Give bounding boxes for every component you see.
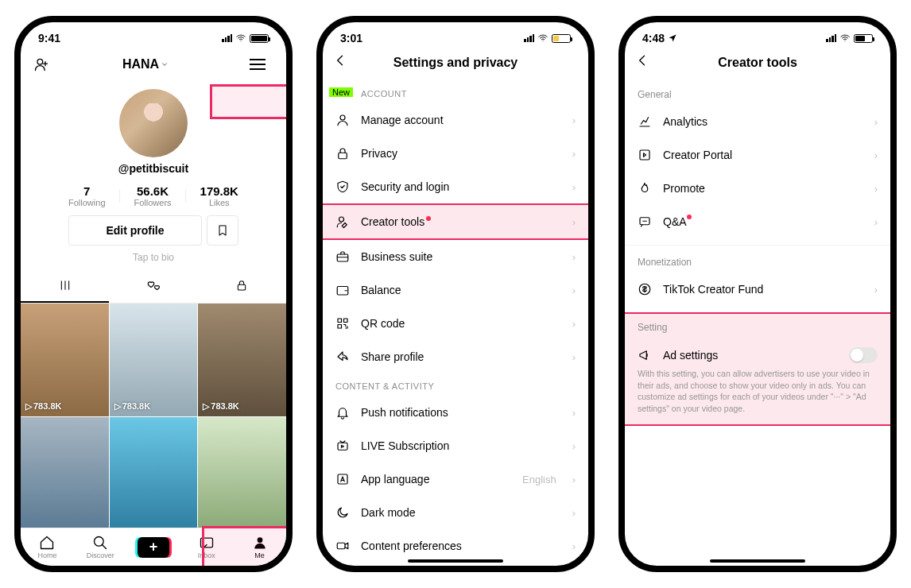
account-name: HANA <box>122 57 159 72</box>
hamburger-menu-button[interactable] <box>242 52 273 76</box>
video-tile[interactable]: ▷ 783.8K <box>110 304 198 416</box>
row-qr-code[interactable]: QR code› <box>323 307 588 340</box>
section-general: General <box>625 81 890 105</box>
location-arrow-icon <box>668 33 677 43</box>
stat-likes[interactable]: 179.8K Likes <box>186 184 253 207</box>
settings-scroll[interactable]: New Account Manage account› Privacy› Sec… <box>323 81 588 553</box>
video-tile[interactable] <box>110 417 198 530</box>
chevron-right-icon: › <box>572 540 576 552</box>
nav-me[interactable]: Me <box>233 528 286 566</box>
tab-liked[interactable] <box>109 273 197 303</box>
list-header: Settings and privacy <box>323 48 588 81</box>
add-friend-icon[interactable] <box>33 56 49 72</box>
creator-icon <box>335 215 350 229</box>
video-grid: ▷ 783.8K ▷ 783.8K ▷ 783.8K <box>21 304 286 530</box>
battery-icon <box>250 34 269 43</box>
row-share-profile[interactable]: Share profile› <box>323 340 588 373</box>
status-right <box>222 33 269 44</box>
svg-rect-15 <box>337 543 345 549</box>
dollar-icon <box>638 282 652 296</box>
svg-rect-11 <box>344 319 348 323</box>
bio-placeholder[interactable]: Tap to bio <box>21 252 286 273</box>
language-icon <box>335 472 350 486</box>
tab-private[interactable] <box>198 273 286 303</box>
highlight-hamburger <box>210 84 289 119</box>
back-button[interactable] <box>634 52 657 73</box>
battery-icon <box>854 34 873 43</box>
page-title: Settings and privacy <box>355 56 556 70</box>
video-tile[interactable] <box>198 417 286 530</box>
row-creator-fund[interactable]: TikTok Creator Fund› <box>625 273 890 306</box>
row-promote[interactable]: Promote› <box>625 172 890 205</box>
edit-profile-button[interactable]: Edit profile <box>68 215 201 246</box>
video-tile[interactable] <box>21 417 109 530</box>
chevron-right-icon: › <box>572 407 576 419</box>
back-button[interactable] <box>332 52 355 73</box>
section-monetization: Monetization <box>625 245 890 273</box>
bell-icon <box>335 405 350 420</box>
chevron-right-icon: › <box>572 148 576 160</box>
person-icon <box>335 113 350 127</box>
wifi-icon <box>839 33 851 44</box>
row-security[interactable]: Security and login› <box>323 170 588 203</box>
battery-icon <box>552 34 571 43</box>
status-bar: 4:48 <box>625 22 890 48</box>
lock-icon <box>235 279 248 292</box>
analytics-icon <box>638 114 652 129</box>
row-privacy[interactable]: Privacy› <box>323 137 588 170</box>
row-live-subscription[interactable]: LIVE Subscription› <box>323 429 588 462</box>
live-icon <box>335 439 350 453</box>
row-analytics[interactable]: Analytics› <box>625 105 890 138</box>
row-manage-account[interactable]: Manage account› <box>323 103 588 137</box>
row-balance[interactable]: Balance› <box>323 273 588 307</box>
chevron-right-icon: › <box>572 318 576 330</box>
avatar[interactable] <box>119 89 188 157</box>
share-icon <box>335 350 350 364</box>
video-tile[interactable]: ▷ 783.8K <box>21 304 109 416</box>
row-dark-mode[interactable]: Dark mode› <box>323 496 588 529</box>
new-badge: New <box>329 87 353 97</box>
status-right <box>826 33 873 44</box>
row-business-suite[interactable]: Business suite› <box>323 240 588 273</box>
megaphone-icon <box>638 348 652 362</box>
nav-inbox[interactable]: Inbox <box>180 528 233 566</box>
row-content-preferences[interactable]: Content preferences› <box>323 529 588 553</box>
nav-discover[interactable]: Discover <box>74 528 127 566</box>
row-creator-tools[interactable]: Creator tools › <box>323 203 588 240</box>
section-account: Account <box>323 81 588 103</box>
notification-dot <box>687 215 692 219</box>
status-time: 3:01 <box>340 32 362 44</box>
moon-icon <box>335 505 350 520</box>
status-left: 4:48 <box>642 32 677 44</box>
stat-followers[interactable]: 56.6K Followers <box>120 184 186 207</box>
svg-rect-10 <box>338 319 342 323</box>
row-push-notifications[interactable]: Push notifications› <box>323 396 588 429</box>
row-creator-portal[interactable]: Creator Portal› <box>625 138 890 172</box>
row-qa[interactable]: Q&A › <box>625 205 890 238</box>
row-ad-settings[interactable]: Ad settings <box>625 338 890 368</box>
view-count: ▷ 783.8K <box>25 401 61 412</box>
flame-icon <box>638 181 652 195</box>
bookmark-button[interactable] <box>207 215 238 246</box>
svg-rect-14 <box>338 474 347 484</box>
chevron-right-icon: › <box>572 216 576 228</box>
view-count: ▷ 783.8K <box>114 401 150 412</box>
chevron-right-icon: › <box>874 116 878 128</box>
ad-settings-toggle[interactable] <box>849 347 878 363</box>
row-app-language[interactable]: App language English › <box>323 462 588 496</box>
chevron-right-icon: › <box>572 114 576 126</box>
chevron-right-icon: › <box>572 181 576 193</box>
nav-create[interactable] <box>127 528 180 566</box>
video-tile[interactable]: ▷ 783.8K <box>198 304 286 416</box>
portal-icon <box>638 148 652 162</box>
nav-home[interactable]: Home <box>21 528 74 566</box>
chevron-right-icon: › <box>572 284 576 296</box>
bottom-nav: Home Discover Inbox Me <box>21 528 286 566</box>
svg-rect-13 <box>338 443 347 450</box>
signal-icon <box>222 34 232 42</box>
account-switcher[interactable]: HANA <box>122 57 169 72</box>
phone-settings: 3:01 Settings and privacy New Account Ma… <box>316 16 595 572</box>
stat-following[interactable]: 7 Following <box>54 184 119 207</box>
svg-rect-12 <box>338 325 342 329</box>
tab-grid[interactable] <box>21 273 109 303</box>
